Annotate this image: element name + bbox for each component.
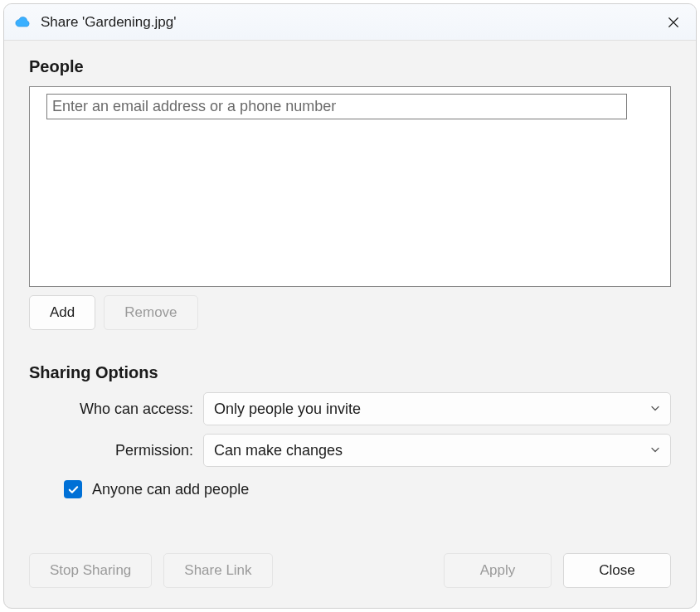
permission-value: Can make changes (214, 442, 343, 459)
anyone-can-add-label: Anyone can add people (92, 481, 249, 498)
who-can-access-value: Only people you invite (214, 401, 361, 418)
close-button[interactable]: Close (563, 553, 671, 588)
titlebar: Share 'Gardening.jpg' (4, 4, 696, 41)
add-button[interactable]: Add (29, 295, 95, 330)
permission-label: Permission: (29, 442, 203, 459)
dialog-title: Share 'Gardening.jpg' (41, 14, 661, 31)
chevron-down-icon (650, 401, 660, 418)
cloud-icon (14, 13, 32, 32)
chevron-down-icon (650, 442, 660, 459)
who-can-access-select[interactable]: Only people you invite (203, 392, 671, 425)
who-can-access-label: Who can access: (29, 401, 203, 418)
email-input[interactable] (46, 94, 627, 119)
share-link-button[interactable]: Share Link (163, 553, 272, 588)
people-header: People (29, 57, 671, 76)
people-listbox[interactable] (29, 86, 671, 287)
apply-button[interactable]: Apply (444, 553, 552, 588)
anyone-can-add-checkbox[interactable] (64, 480, 82, 498)
dialog-footer: Stop Sharing Share Link Apply Close (4, 553, 696, 608)
permission-select[interactable]: Can make changes (203, 434, 671, 467)
remove-button[interactable]: Remove (104, 295, 197, 330)
share-dialog: Share 'Gardening.jpg' People Add Remove … (3, 3, 697, 609)
stop-sharing-button[interactable]: Stop Sharing (29, 553, 152, 588)
dialog-content: People Add Remove Sharing Options Who ca… (4, 41, 696, 553)
close-icon[interactable] (661, 10, 686, 35)
sharing-header: Sharing Options (29, 363, 671, 382)
